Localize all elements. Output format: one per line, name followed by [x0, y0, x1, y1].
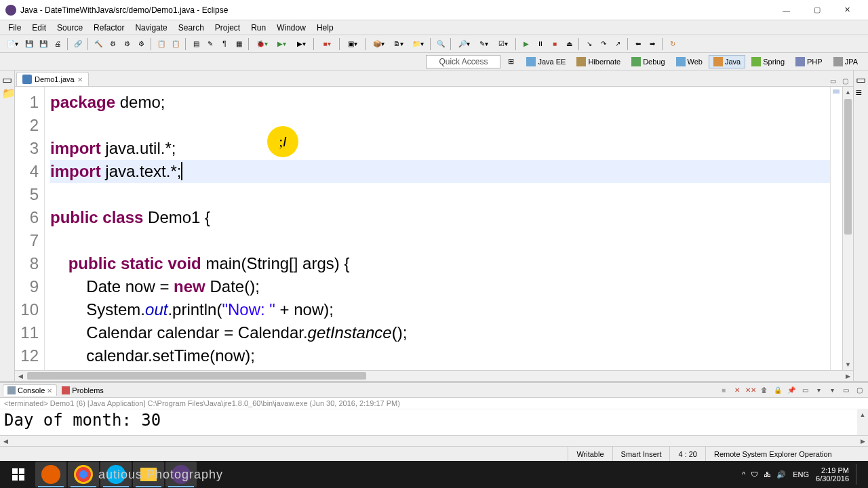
coverage-button[interactable]: ▣▾: [343, 37, 362, 51]
tool-button-5[interactable]: 📋: [169, 37, 182, 51]
console-scroll-up-icon[interactable]: ▲: [857, 409, 868, 420]
link-button[interactable]: 🔗: [71, 37, 85, 51]
console-scroll-left-icon[interactable]: ◀: [0, 436, 11, 447]
perspective-debug[interactable]: Debug: [627, 55, 669, 68]
editor-tab-demo1[interactable]: Demo1.java ✕: [16, 72, 89, 86]
perspective-spring[interactable]: Spring: [747, 55, 789, 68]
open-type-button[interactable]: 🔍: [434, 37, 448, 51]
new-class-button[interactable]: 🗎▾: [389, 37, 408, 51]
vertical-scrollbar[interactable]: ▲ ▼: [842, 87, 853, 370]
console-horizontal-scrollbar[interactable]: ◀ ▶: [0, 435, 868, 446]
resume-icon[interactable]: ▶: [519, 37, 533, 51]
scroll-down-icon[interactable]: ▼: [843, 359, 853, 370]
tool-button-4[interactable]: 📋: [155, 37, 168, 51]
toggle-breadcrumb-icon[interactable]: ▤: [189, 37, 203, 51]
menu-project[interactable]: Project: [210, 22, 245, 34]
search-button[interactable]: 🔎▾: [454, 37, 473, 51]
scroll-up-icon[interactable]: ▲: [843, 87, 853, 98]
code-body[interactable]: ; I package demo;import java.util.*;impo…: [45, 87, 830, 370]
tray-network-icon[interactable]: 🖧: [764, 470, 771, 479]
maximize-button[interactable]: ▢: [802, 1, 832, 20]
debug-button[interactable]: 🐞▾: [252, 37, 271, 51]
menu-navigate[interactable]: Navigate: [130, 22, 172, 34]
tray-clock[interactable]: 2:19 PM 6/30/2016: [816, 466, 849, 483]
remove-all-icon[interactable]: ✕✕: [745, 384, 757, 396]
min-console-icon[interactable]: ▭: [840, 384, 852, 396]
show-whitespace-icon[interactable]: ¶: [218, 37, 231, 51]
tab-problems[interactable]: Problems: [57, 384, 108, 396]
maximize-editor-icon[interactable]: ▢: [840, 75, 850, 86]
run-button[interactable]: ▶▾: [272, 37, 291, 51]
console-output[interactable]: Day of month: 30: [0, 409, 857, 435]
tool-button-2[interactable]: ⚙: [120, 37, 134, 51]
remove-launch-icon[interactable]: ✕: [731, 384, 743, 396]
toggle-mark-icon[interactable]: ✎: [203, 37, 217, 51]
code-line[interactable]: Date now = new Date();: [50, 275, 830, 298]
tray-volume-icon[interactable]: 🔊: [776, 470, 786, 479]
save-all-button[interactable]: 💾: [37, 37, 50, 51]
menu-edit[interactable]: Edit: [26, 22, 52, 34]
new-console-icon[interactable]: ▾: [826, 384, 838, 396]
code-line[interactable]: [50, 183, 830, 206]
menu-refactor[interactable]: Refactor: [88, 22, 130, 34]
outline-icon[interactable]: ≡: [856, 87, 867, 98]
code-line[interactable]: calendar.setTime(now);: [50, 344, 830, 367]
horizontal-scrollbar-thumb[interactable]: [27, 372, 366, 380]
tool-button-6[interactable]: ▦: [232, 37, 245, 51]
back-button[interactable]: ⬅: [631, 37, 645, 51]
perspective-hibernate[interactable]: Hibernate: [572, 55, 625, 68]
suspend-icon[interactable]: ⏸: [534, 37, 547, 51]
annotate-button[interactable]: ✎▾: [474, 37, 493, 51]
code-line[interactable]: System.out.println("Now: " + now);: [50, 298, 830, 321]
close-button[interactable]: ✕: [832, 1, 863, 20]
quick-access-input[interactable]: Quick Access: [426, 55, 500, 68]
new-folder-button[interactable]: 📁▾: [408, 37, 427, 51]
perspective-java-ee[interactable]: Java EE: [521, 55, 570, 68]
restore-view-icon[interactable]: ▭: [2, 73, 13, 84]
max-console-icon[interactable]: ▢: [853, 384, 865, 396]
scroll-right-icon[interactable]: ▶: [842, 371, 853, 381]
clear-console-icon[interactable]: 🗑: [758, 384, 770, 396]
console-scroll-right-icon[interactable]: ▶: [857, 436, 868, 447]
open-console-icon[interactable]: ▾: [812, 384, 825, 396]
menu-help[interactable]: Help: [311, 22, 339, 34]
start-button[interactable]: [3, 462, 34, 487]
stop-button[interactable]: ■▾: [317, 37, 336, 51]
display-selected-icon[interactable]: ▭: [799, 384, 811, 396]
taskbar-chrome[interactable]: [68, 462, 99, 487]
perspective-java[interactable]: Java: [709, 55, 745, 68]
close-console-tab-icon[interactable]: ✕: [47, 387, 52, 394]
menu-run[interactable]: Run: [245, 22, 271, 34]
code-area[interactable]: 123456789101112 ; I package demo;import …: [15, 87, 853, 370]
new-button[interactable]: 📄▾: [3, 37, 22, 51]
tray-language[interactable]: ENG: [793, 470, 809, 479]
horizontal-scrollbar[interactable]: ◀ ▶: [15, 370, 853, 381]
code-line[interactable]: [50, 229, 830, 252]
code-line[interactable]: public class Demo1 {: [50, 206, 830, 229]
code-line[interactable]: import java.util.*;: [50, 137, 830, 160]
package-explorer-icon[interactable]: 📁: [2, 87, 13, 98]
terminate-icon[interactable]: ■: [548, 37, 561, 51]
disconnect-icon[interactable]: ⏏: [562, 37, 576, 51]
new-package-button[interactable]: 📦▾: [369, 37, 388, 51]
refresh-icon[interactable]: ↻: [666, 37, 679, 51]
save-button[interactable]: 💾: [22, 37, 36, 51]
perspective-jpa[interactable]: JPA: [829, 55, 863, 68]
menu-file[interactable]: File: [3, 22, 26, 34]
tray-notifications-icon[interactable]: [856, 464, 861, 485]
terminate-console-icon[interactable]: ■: [717, 384, 730, 396]
close-tab-icon[interactable]: ✕: [77, 76, 83, 83]
print-button[interactable]: 🖨: [51, 37, 64, 51]
console-scrollbar[interactable]: ▲: [857, 409, 868, 435]
menu-window[interactable]: Window: [271, 22, 311, 34]
code-line[interactable]: Calendar calendar = Calendar.getInstance…: [50, 321, 830, 344]
code-line[interactable]: [50, 114, 830, 137]
scroll-lock-icon[interactable]: 🔒: [772, 384, 784, 396]
tray-battery-icon[interactable]: 🛡: [751, 470, 758, 479]
step-over-icon[interactable]: ↷: [597, 37, 610, 51]
code-line[interactable]: import java.text.*;: [50, 160, 830, 183]
tool-button-3[interactable]: ⚙: [134, 37, 148, 51]
menu-source[interactable]: Source: [52, 22, 88, 34]
open-perspective-button[interactable]: ⊞: [503, 55, 519, 68]
code-line[interactable]: public static void main(String[] args) {: [50, 252, 830, 275]
